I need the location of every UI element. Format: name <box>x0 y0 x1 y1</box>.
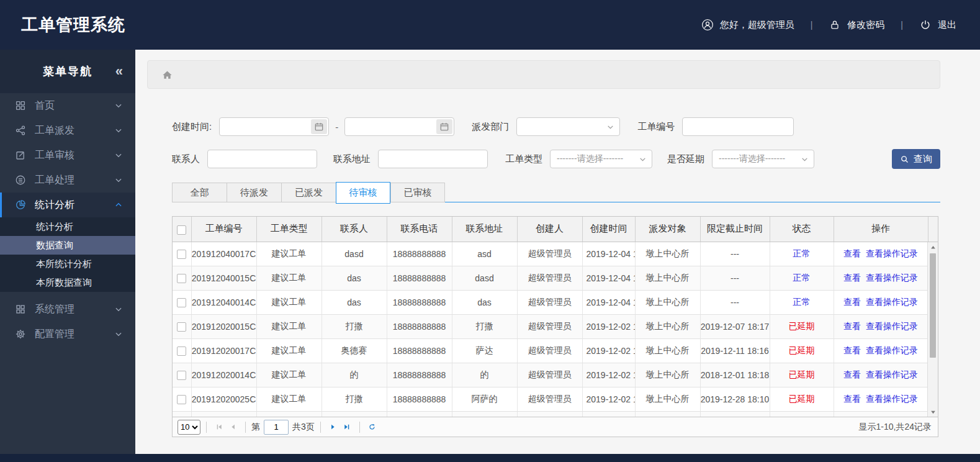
view-link[interactable]: 查看 <box>843 394 861 404</box>
view-log-link[interactable]: 查看操作记录 <box>866 248 918 258</box>
chevron-down-icon <box>114 151 123 160</box>
scrollbar-thumb[interactable] <box>930 253 936 358</box>
sidebar-item-process[interactable]: 工单处理 <box>0 168 135 192</box>
sidebar-subitem-data-query[interactable]: 数据查询 <box>0 236 135 255</box>
cell-type: 建议工单 <box>256 314 321 338</box>
tab-bar: 全部 待派发 已派发 待审核 已审核 <box>172 182 940 202</box>
table-scrollbar[interactable] <box>927 242 938 417</box>
row-checkbox[interactable] <box>177 250 186 259</box>
prev-page-button[interactable] <box>226 420 240 434</box>
cell-deadline: --- <box>700 290 770 314</box>
sidebar-subitem-local-statistics[interactable]: 本所统计分析 <box>0 255 135 273</box>
sidebar-item-label: 工单审核 <box>35 149 74 162</box>
view-log-link[interactable]: 查看操作记录 <box>866 297 918 307</box>
col-target: 派发对象 <box>635 217 700 242</box>
sidebar-item-label: 统计分析 <box>35 199 74 212</box>
sidebar-item-label: 系统管理 <box>35 303 74 316</box>
row-checkbox[interactable] <box>177 322 186 332</box>
first-page-button[interactable] <box>212 420 226 434</box>
calendar-button[interactable] <box>436 119 452 134</box>
address-input[interactable] <box>378 150 488 168</box>
row-checkbox[interactable] <box>177 298 186 307</box>
search-button[interactable]: 查询 <box>892 149 940 169</box>
change-password-button[interactable]: 修改密码 <box>829 19 884 31</box>
row-checkbox[interactable] <box>177 395 186 404</box>
scroll-up-arrow[interactable] <box>928 242 938 252</box>
row-checkbox[interactable] <box>177 346 186 356</box>
sidebar-item-config[interactable]: 配置管理 <box>0 322 135 346</box>
tab-all[interactable]: 全部 <box>172 183 227 202</box>
cell-created: 2019-12-04 15 <box>582 242 635 266</box>
col-order-type: 工单类型 <box>256 217 321 242</box>
last-page-button[interactable] <box>340 420 354 434</box>
cell-status: 正常 <box>770 242 834 266</box>
logout-button[interactable]: 退出 <box>919 19 956 31</box>
cell-order-no: 201912040017C <box>191 242 256 266</box>
user-greeting[interactable]: 您好，超级管理员 <box>701 19 794 31</box>
contact-label: 联系人 <box>172 153 200 165</box>
change-password-label: 修改密码 <box>847 19 884 31</box>
sidebar-collapse-icon[interactable]: « <box>115 65 123 78</box>
next-page-button[interactable] <box>326 420 340 434</box>
cell-phone <box>387 411 452 417</box>
tab-dispatched[interactable]: 已派发 <box>281 183 336 202</box>
cell-status: 已延期 <box>770 387 834 411</box>
order-type-label: 工单类型 <box>505 153 542 165</box>
cell-actions: 查看查看操作记录 <box>834 266 928 290</box>
view-link[interactable]: 查看 <box>843 297 861 307</box>
tab-pending-review[interactable]: 待审核 <box>336 182 390 204</box>
cell-creator: 超级管理员 <box>517 387 582 411</box>
tab-reviewed[interactable]: 已审核 <box>390 183 445 202</box>
view-log-link[interactable]: 查看操作记录 <box>866 321 918 331</box>
orders-table: 工单编号 工单类型 联系人 联系电话 联系地址 创建人 创建时间 派发对象 限定… <box>172 216 938 437</box>
sidebar-item-dispatch[interactable]: 工单派发 <box>0 118 135 143</box>
cell-phone: 18888888888 <box>387 266 452 290</box>
greeting-text: 您好，超级管理员 <box>720 19 794 31</box>
row-checkbox[interactable] <box>177 274 186 283</box>
view-log-link[interactable]: 查看操作记录 <box>866 273 918 283</box>
row-checkbox-cell <box>173 387 191 411</box>
view-link[interactable]: 查看 <box>843 345 861 355</box>
home-icon[interactable] <box>161 69 173 81</box>
calendar-button[interactable] <box>311 119 327 134</box>
filter-row-2: 联系人 联系地址 工单类型 -------请选择------- 是否延期 ---… <box>172 149 940 169</box>
view-log-link[interactable]: 查看操作记录 <box>866 345 918 355</box>
cell-phone: 18888888888 <box>387 387 452 411</box>
col-created: 创建时间 <box>582 217 635 242</box>
col-creator: 创建人 <box>517 217 582 242</box>
sidebar-subitem-local-data-query[interactable]: 本所数据查询 <box>0 273 135 292</box>
view-link[interactable]: 查看 <box>843 248 861 258</box>
refresh-button[interactable] <box>366 420 379 434</box>
sidebar-item-label: 工单处理 <box>35 174 74 187</box>
scroll-down-arrow[interactable] <box>928 407 938 417</box>
cell-actions: 查看查看操作记录 <box>834 242 928 266</box>
row-checkbox[interactable] <box>177 371 186 380</box>
process-icon <box>15 174 26 186</box>
sidebar-item-statistics[interactable]: 统计分析 <box>0 192 135 217</box>
tab-pending-dispatch[interactable]: 待派发 <box>227 183 281 202</box>
contact-input[interactable] <box>207 150 317 168</box>
dispatch-dept-select[interactable] <box>516 117 620 136</box>
cell-actions <box>834 411 928 417</box>
sidebar-item-system[interactable]: 系统管理 <box>0 297 135 322</box>
sidebar-subitem-statistics-analysis[interactable]: 统计分析 <box>0 217 135 236</box>
page-number-input[interactable] <box>264 420 289 435</box>
view-link[interactable]: 查看 <box>843 369 861 379</box>
cell-order-no: 201912020017C <box>191 338 256 363</box>
view-log-link[interactable]: 查看操作记录 <box>866 394 918 404</box>
cell-actions: 查看查看操作记录 <box>834 314 928 338</box>
page-size-select[interactable]: 10 <box>178 420 200 435</box>
view-link[interactable]: 查看 <box>843 273 861 283</box>
row-checkbox-cell <box>173 314 191 338</box>
cell-creator: 超级管理员 <box>517 266 582 290</box>
delay-select[interactable]: -------请选择------- <box>712 150 814 168</box>
order-type-select[interactable]: -------请选择------- <box>550 150 652 168</box>
sidebar-item-review[interactable]: 工单审核 <box>0 143 135 168</box>
order-no-input[interactable] <box>682 117 794 136</box>
sidebar-item-home[interactable]: 首页 <box>0 93 135 118</box>
view-log-link[interactable]: 查看操作记录 <box>866 369 918 379</box>
view-link[interactable]: 查看 <box>843 321 861 331</box>
col-contact: 联系人 <box>321 217 387 242</box>
select-all-checkbox[interactable] <box>177 225 186 235</box>
record-summary: 显示1-10,共24记录 <box>859 422 932 433</box>
